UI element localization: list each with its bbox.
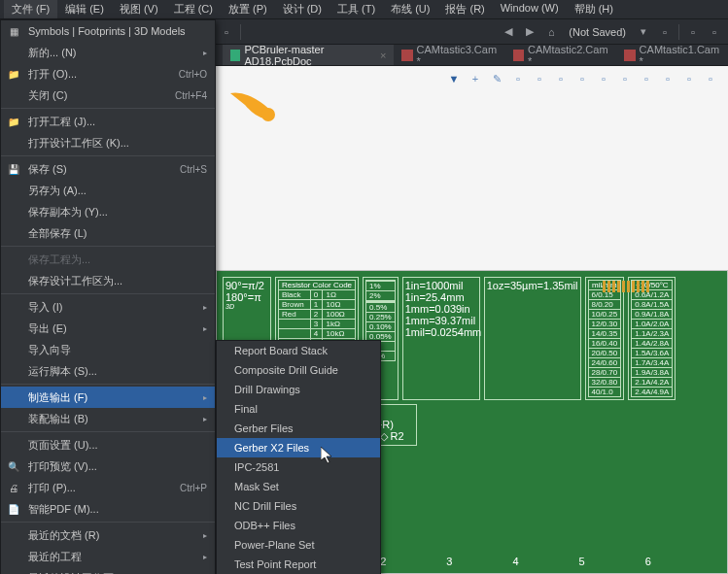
menu-route[interactable]: 布线 (U): [383, 0, 437, 18]
submenu-nc-drill[interactable]: NC Drill Files: [217, 496, 380, 516]
menu-assy-output[interactable]: 装配输出 (B)▸: [1, 408, 215, 429]
unit-conv: 1in=1000mil1in=25.4mm1mm=0.039in1mm=39.3…: [402, 277, 480, 400]
submenu-ipc[interactable]: IPC-2581: [217, 457, 380, 477]
menu-open[interactable]: 📁打开 (O)...Ctrl+O: [1, 63, 215, 84]
thickness: 1oz=35µm=1.35mil: [484, 277, 581, 400]
submenu-gerber-x2[interactable]: Gerber X2 Files: [217, 438, 380, 457]
close-icon[interactable]: ×: [380, 50, 386, 61]
tool-icon[interactable]: ▫: [637, 69, 656, 88]
menu-open-project[interactable]: 📁打开工程 (J)...: [1, 111, 215, 132]
menu-pagesetup[interactable]: 页面设置 (U)...: [1, 434, 215, 456]
submenu-testpoint[interactable]: Test Point Report: [217, 555, 380, 574]
tool-icon[interactable]: +: [466, 69, 485, 88]
fab-output-submenu: Report Board Stack Composite Drill Guide…: [216, 340, 381, 574]
gold-pads: [603, 281, 649, 292]
folder-icon: 📁: [7, 115, 20, 128]
toolbar-dropdown-icon[interactable]: ▾: [634, 22, 653, 42]
toolbar-btn[interactable]: ▫: [655, 22, 675, 42]
tab-pcbdoc[interactable]: PCBruler-master AD18.PcbDoc ×: [223, 45, 394, 65]
menu-design[interactable]: 设计 (D): [275, 0, 329, 18]
toolbar-back-icon[interactable]: ◀: [499, 22, 518, 42]
tool-icon[interactable]: ▫: [572, 69, 592, 88]
tool-icon[interactable]: ▫: [508, 69, 528, 88]
toolbar-btn[interactable]: ▫: [683, 22, 703, 42]
toolbar-btn[interactable]: ▫: [705, 22, 724, 42]
menu-close[interactable]: 关闭 (C)Ctrl+F4: [1, 84, 215, 106]
submenu-gerber[interactable]: Gerber Files: [217, 419, 380, 438]
menu-recentdoc[interactable]: 最近的文档 (R)▸: [1, 524, 215, 546]
menu-import[interactable]: 导入 (I)▸: [1, 296, 215, 318]
milmm: mil/mm6/0.158/0.2010/0.2512/0.3014/0.351…: [585, 277, 625, 400]
tab-label: CAMtastic2.Cam *: [528, 44, 608, 67]
submenu-odb[interactable]: ODB++ Files: [217, 516, 380, 535]
menu-file[interactable]: 文件 (F): [4, 0, 57, 18]
menu-help[interactable]: 帮助 (H): [567, 0, 621, 18]
menu-project[interactable]: 工程 (C): [166, 0, 221, 18]
tab-cam1[interactable]: CAMtastic1.Cam *: [616, 45, 728, 65]
menu-saveall[interactable]: 全部保存 (L): [1, 222, 215, 244]
submenu-powerplane[interactable]: Power-Plane Set: [217, 535, 380, 555]
tool-icon[interactable]: ▫: [679, 69, 699, 88]
menu-fab-output[interactable]: 制造输出 (F)▸: [1, 387, 215, 408]
menu-view[interactable]: 视图 (V): [112, 0, 166, 18]
menu-saveas[interactable]: 另存为 (A)...: [1, 180, 215, 201]
menubar: 文件 (F) 编辑 (E) 视图 (V) 工程 (C) 放置 (P) 设计 (D…: [0, 0, 728, 19]
menu-print[interactable]: 🖨打印 (P)...Ctrl+P: [1, 477, 215, 498]
toolbar-btn[interactable]: ▫: [217, 22, 236, 42]
tool-icon[interactable]: ✎: [487, 69, 506, 88]
submenu-final[interactable]: Final: [217, 399, 380, 419]
pcb-icon: [230, 50, 240, 61]
toolbar-home-icon[interactable]: ⌂: [541, 22, 561, 42]
menu-symbols[interactable]: ▦Symbols | Footprints | 3D Models: [1, 20, 215, 42]
save-icon: 💾: [7, 162, 20, 176]
menu-printprev[interactable]: 🔍打印预览 (V)...: [1, 456, 215, 477]
menu-tool[interactable]: 工具 (T): [329, 0, 383, 18]
submenu-drill-drawings[interactable]: Drill Drawings: [217, 380, 380, 399]
submenu-mask[interactable]: Mask Set: [217, 477, 380, 496]
menu-save[interactable]: 💾保存 (S)Ctrl+S: [1, 158, 215, 180]
submenu-report-board[interactable]: Report Board Stack: [217, 341, 380, 360]
document-tabs: PCBruler-master AD18.PcbDoc × CAMtastic3…: [216, 45, 728, 66]
cam-icon: [624, 50, 635, 61]
cam-icon: [513, 50, 524, 61]
menu-recentproj[interactable]: 最近的工程▸: [1, 546, 215, 567]
preview-icon: 🔍: [7, 459, 20, 473]
menu-runscript[interactable]: 运行脚本 (S)...: [1, 360, 215, 382]
submenu-composite[interactable]: Composite Drill Guide: [217, 360, 380, 380]
tool-icon[interactable]: ▫: [701, 69, 720, 88]
tab-label: PCBruler-master AD18.PcbDoc: [244, 44, 373, 67]
tool-icon[interactable]: ▫: [594, 69, 613, 88]
cam-icon: [401, 50, 412, 61]
menu-savecopy[interactable]: 保存副本为 (Y)...: [1, 201, 215, 222]
tab-cam2[interactable]: CAMtastic2.Cam *: [505, 45, 617, 65]
print-icon: 🖨: [7, 481, 20, 494]
file-menu-dropdown: ▦Symbols | Footprints | 3D Models 新的... …: [0, 19, 216, 574]
menu-smartpdf[interactable]: 📄智能PDF (M)...: [1, 498, 215, 520]
menu-edit[interactable]: 编辑 (E): [57, 0, 112, 18]
menu-recentdesign[interactable]: 最近的设计工作区▸: [1, 567, 215, 574]
menu-new[interactable]: 新的... (N)▸: [1, 42, 215, 63]
menu-export[interactable]: 导出 (E)▸: [1, 318, 215, 339]
toolbar-fwd-icon[interactable]: ▶: [520, 22, 539, 42]
canvas-toolbar: ▼ + ✎ ▫ ▫ ▫ ▫ ▫ ▫ ▫ ▫ ▫ ▫: [440, 68, 724, 89]
menu-saveproj: 保存工程为...: [1, 249, 215, 270]
menu-savedesign[interactable]: 保存设计工作区为...: [1, 270, 215, 291]
filter-icon[interactable]: ▼: [444, 69, 464, 88]
tab-cam3[interactable]: CAMtastic3.Cam *: [394, 45, 505, 65]
pdf-icon: 📄: [7, 502, 20, 516]
temp: +10/50°C0.6A/1.2A0.8A/1.5A0.9A/1.8A1.0A/…: [628, 277, 676, 400]
component-icon: ▦: [7, 24, 20, 38]
menu-place[interactable]: 放置 (P): [221, 0, 275, 18]
tab-label: CAMtastic3.Cam *: [417, 44, 498, 67]
tool-icon[interactable]: ▫: [530, 69, 549, 88]
menu-report[interactable]: 报告 (R): [437, 0, 492, 18]
tool-icon[interactable]: ▫: [658, 69, 677, 88]
tool-icon[interactable]: ▫: [615, 69, 635, 88]
comet-graphic: [225, 85, 284, 124]
menu-open-design[interactable]: 打开设计工作区 (K)...: [1, 132, 215, 153]
tool-icon[interactable]: ▫: [551, 69, 571, 88]
svg-point-0: [261, 108, 275, 121]
menu-import-wizard[interactable]: 导入向导: [1, 339, 215, 360]
tab-label: CAMtastic1.Cam *: [640, 44, 720, 67]
menu-window[interactable]: Window (W): [493, 0, 567, 18]
